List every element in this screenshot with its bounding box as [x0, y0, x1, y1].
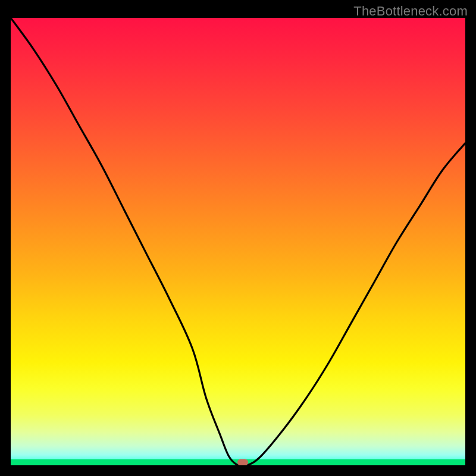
chart-frame: TheBottleneck.com: [0, 0, 476, 476]
plot-area: [11, 18, 465, 465]
bottleneck-curve: [11, 18, 465, 465]
current-config-marker: [237, 459, 248, 465]
watermark-text: TheBottleneck.com: [353, 4, 468, 19]
